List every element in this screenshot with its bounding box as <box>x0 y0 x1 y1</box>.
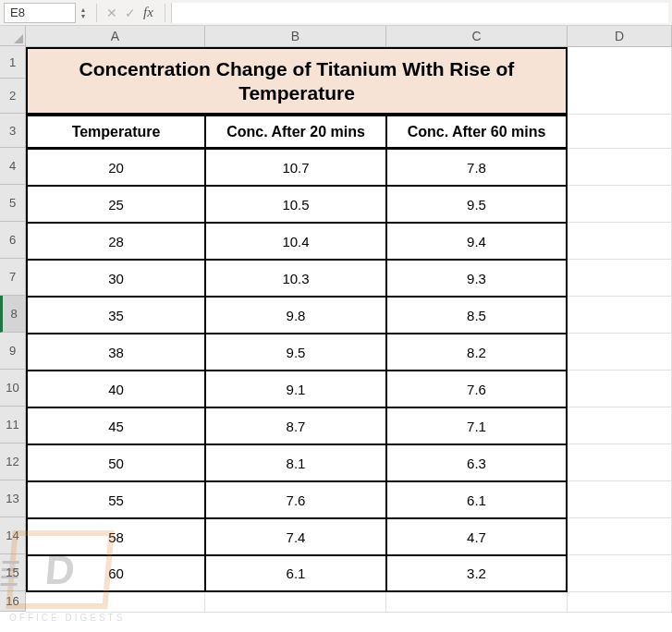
data-cell[interactable]: 8.1 <box>205 444 386 481</box>
cell[interactable] <box>568 260 672 297</box>
data-cell[interactable]: 20 <box>26 149 205 186</box>
data-cell[interactable]: 7.8 <box>386 149 568 186</box>
col-header[interactable]: B <box>205 26 386 46</box>
data-cell[interactable]: 35 <box>26 297 205 334</box>
row-header[interactable]: 8 <box>0 296 25 333</box>
data-cell[interactable]: 8.7 <box>205 407 386 444</box>
row-header[interactable]: 13 <box>0 480 25 517</box>
data-cell[interactable]: 45 <box>26 407 205 444</box>
cell[interactable] <box>205 592 386 613</box>
data-cell[interactable]: 9.1 <box>205 371 386 407</box>
data-cell[interactable]: 38 <box>26 334 205 371</box>
data-cell[interactable]: 8.5 <box>386 297 568 334</box>
cell[interactable] <box>568 481 672 518</box>
data-cell[interactable]: 7.6 <box>386 371 568 407</box>
cell[interactable] <box>568 555 672 592</box>
data-cell[interactable]: 9.5 <box>386 186 568 223</box>
data-cell[interactable]: 30 <box>26 260 205 297</box>
cell[interactable] <box>568 223 672 260</box>
data-cell[interactable]: 10.7 <box>205 149 386 186</box>
row-header[interactable]: 7 <box>0 259 25 296</box>
cell[interactable] <box>568 592 672 613</box>
name-box[interactable]: E8 <box>4 3 76 23</box>
arrow-down-icon: ▼ <box>80 13 87 19</box>
name-box-value: E8 <box>10 6 25 19</box>
data-cell[interactable]: 6.3 <box>386 444 568 481</box>
data-cell[interactable]: 7.6 <box>205 481 386 518</box>
row-header[interactable]: 6 <box>0 222 25 259</box>
cell[interactable] <box>568 186 672 223</box>
cells-area: Concentration Change of Titanium With Ri… <box>26 47 672 613</box>
data-cell[interactable]: 3.2 <box>386 555 568 592</box>
data-cell[interactable]: 50 <box>26 444 205 481</box>
cell[interactable] <box>568 334 672 371</box>
row-header[interactable]: 10 <box>0 370 25 407</box>
arrow-up-icon: ▲ <box>80 6 87 13</box>
cell[interactable] <box>568 444 672 481</box>
header-cell[interactable]: Conc. After 60 mins <box>386 115 568 149</box>
row-header[interactable]: 5 <box>0 185 25 222</box>
divider <box>165 4 165 22</box>
data-cell[interactable]: 6.1 <box>386 481 568 518</box>
data-cell[interactable]: 28 <box>26 223 205 260</box>
row-header[interactable]: 4 <box>0 148 25 185</box>
data-cell[interactable]: 40 <box>26 371 205 407</box>
row-header[interactable]: 3 <box>0 114 25 148</box>
cancel-icon[interactable]: ✕ <box>103 6 121 20</box>
data-cell[interactable]: 4.7 <box>386 518 568 555</box>
name-box-dropdown[interactable]: ▲ ▼ <box>76 6 91 19</box>
data-cell[interactable]: 9.8 <box>205 297 386 334</box>
data-cell[interactable]: 10.5 <box>205 186 386 223</box>
data-cell[interactable]: 10.3 <box>205 260 386 297</box>
data-cell[interactable]: 58 <box>26 518 205 555</box>
formula-input[interactable] <box>171 3 668 23</box>
formula-bar: E8 ▲ ▼ ✕ ✓ fx <box>0 0 672 26</box>
data-cell[interactable]: 55 <box>26 481 205 518</box>
data-cell[interactable]: 6.1 <box>205 555 386 592</box>
cell[interactable] <box>568 149 672 186</box>
title-cell[interactable]: Concentration Change of Titanium With Ri… <box>26 47 568 115</box>
row-header[interactable]: 15 <box>0 554 25 591</box>
cell[interactable] <box>568 47 672 115</box>
data-cell[interactable]: 7.1 <box>386 407 568 444</box>
column-headers: A B C D <box>26 26 672 47</box>
row-header[interactable]: 11 <box>0 407 25 444</box>
col-header[interactable]: A <box>26 26 205 46</box>
data-cell[interactable]: 60 <box>26 555 205 592</box>
row-header[interactable]: 12 <box>0 444 25 480</box>
row-header[interactable]: 16 <box>0 591 25 612</box>
data-cell[interactable]: 9.5 <box>205 334 386 371</box>
data-cell[interactable]: 9.3 <box>386 260 568 297</box>
fx-icon[interactable]: fx <box>143 5 153 20</box>
confirm-icon[interactable]: ✓ <box>121 6 140 20</box>
row-header[interactable]: 2 <box>0 79 25 114</box>
cell[interactable] <box>568 371 672 407</box>
data-cell[interactable]: 7.4 <box>205 518 386 555</box>
cell[interactable] <box>386 592 568 613</box>
select-all-corner[interactable] <box>0 26 26 46</box>
data-cell[interactable]: 10.4 <box>205 223 386 260</box>
col-header[interactable]: D <box>568 26 672 46</box>
cell[interactable] <box>568 297 672 334</box>
cell[interactable] <box>26 592 205 613</box>
cell[interactable] <box>568 115 672 149</box>
row-headers: 12345678910111213141516 <box>0 46 26 612</box>
row-header[interactable]: 9 <box>0 333 25 370</box>
col-header[interactable]: C <box>386 26 568 46</box>
header-cell[interactable]: Conc. After 20 mins <box>205 115 386 149</box>
data-cell[interactable]: 8.2 <box>386 334 568 371</box>
cell[interactable] <box>568 407 672 444</box>
watermark-text: OFFICE DIGESTS <box>9 613 125 623</box>
cell[interactable] <box>568 518 672 555</box>
row-header[interactable]: 1 <box>0 46 25 79</box>
row-header[interactable]: 14 <box>0 517 25 554</box>
data-cell[interactable]: 9.4 <box>386 223 568 260</box>
data-cell[interactable]: 25 <box>26 186 205 223</box>
header-cell[interactable]: Temperature <box>26 115 205 149</box>
divider <box>96 4 97 22</box>
spreadsheet-grid: A B C D 12345678910111213141516 Concentr… <box>0 26 672 613</box>
